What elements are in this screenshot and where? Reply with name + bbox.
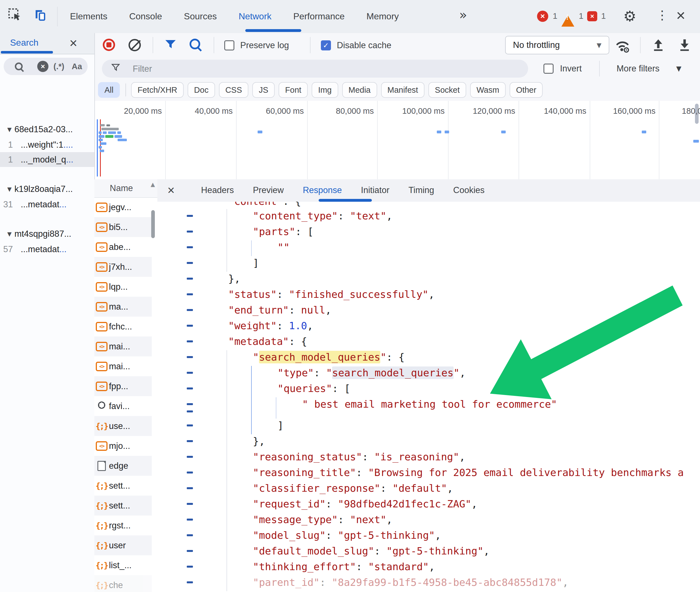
fold-marker[interactable]	[187, 293, 193, 295]
network-conditions-icon[interactable]	[614, 38, 630, 54]
request-row[interactable]: <>j7xh...	[94, 257, 152, 277]
fold-marker[interactable]	[187, 262, 193, 264]
waterfall-bar[interactable]	[99, 132, 102, 134]
request-row[interactable]: {;}sett...	[94, 496, 152, 515]
waterfall-bar[interactable]	[118, 139, 127, 141]
fold-marker[interactable]	[187, 309, 193, 311]
details-tab-headers[interactable]: Headers	[201, 185, 234, 195]
details-tab-response[interactable]: Response	[303, 185, 342, 195]
regex-toggle[interactable]: (.*)	[53, 62, 64, 71]
devtools-tab-sources[interactable]: Sources	[184, 11, 217, 21]
fold-marker[interactable]	[187, 566, 193, 568]
devtools-tab-elements[interactable]: Elements	[70, 11, 107, 21]
devtools-tab-console[interactable]: Console	[129, 11, 162, 21]
fold-marker[interactable]	[187, 534, 193, 536]
request-row[interactable]: <>ma...	[94, 297, 152, 316]
waterfall-bar[interactable]	[106, 125, 110, 127]
search-result-item[interactable]: 1...weight":1....	[0, 137, 94, 152]
close-details-icon[interactable]: ×	[167, 183, 175, 197]
fold-marker[interactable]	[187, 550, 193, 552]
search-result-item[interactable]: 57...metadat...	[0, 242, 94, 257]
details-tab-timing[interactable]: Timing	[409, 185, 434, 195]
filter-field[interactable]	[102, 60, 528, 78]
chevron-down-icon[interactable]: ▼	[676, 65, 681, 72]
fold-marker[interactable]	[187, 581, 193, 583]
import-har-icon[interactable]	[651, 38, 665, 53]
waterfall-bar[interactable]	[99, 146, 102, 148]
type-chip-img[interactable]: Img	[312, 82, 338, 98]
clear-network-log-icon[interactable]	[128, 39, 141, 51]
device-toolbar-icon[interactable]	[33, 8, 48, 23]
more-tabs-icon[interactable]: »	[459, 7, 467, 22]
type-chip-fetch-xhr[interactable]: Fetch/XHR	[131, 82, 184, 98]
warning-badge-icon[interactable]	[561, 11, 574, 27]
error-count[interactable]: 1	[553, 11, 557, 21]
case-sensitive-toggle[interactable]: Aa	[72, 62, 82, 71]
waterfall-bar[interactable]	[258, 131, 262, 133]
network-overview-timeline[interactable]: 20,000 ms40,000 ms60,000 ms80,000 ms100,…	[94, 101, 700, 180]
type-chip-all[interactable]: All	[98, 82, 120, 98]
kebab-menu-icon[interactable]: ⋮	[656, 8, 668, 22]
devtools-tab-performance[interactable]: Performance	[293, 11, 345, 21]
waterfall-bar[interactable]	[99, 135, 104, 138]
type-chip-js[interactable]: JS	[252, 82, 275, 98]
waterfall-bar[interactable]	[114, 135, 122, 138]
request-row[interactable]: favi...	[94, 396, 152, 416]
devtools-tab-memory[interactable]: Memory	[367, 11, 399, 21]
more-filters-button[interactable]: More filters	[616, 64, 659, 74]
type-chip-css[interactable]: CSS	[219, 82, 249, 98]
fold-marker[interactable]	[187, 472, 193, 474]
type-chip-wasm[interactable]: Wasm	[470, 82, 506, 98]
issues-badge-icon[interactable]: ×	[587, 11, 597, 21]
request-row[interactable]: {;}rgst...	[94, 515, 152, 535]
request-row[interactable]: <>jegv...	[94, 197, 152, 217]
record-network-log-icon[interactable]	[103, 39, 115, 51]
request-row[interactable]: <>fchc...	[94, 316, 152, 337]
fold-marker[interactable]	[187, 440, 193, 442]
export-har-icon[interactable]	[677, 38, 692, 53]
waterfall-bar[interactable]	[100, 150, 104, 152]
details-tab-cookies[interactable]: Cookies	[453, 185, 485, 195]
waterfall-bar[interactable]	[100, 124, 105, 127]
filter-toggle-icon[interactable]	[165, 39, 176, 50]
scrollbar-up-arrow[interactable]: ▲	[151, 181, 155, 188]
waterfall-bar[interactable]	[103, 132, 107, 134]
inspect-element-icon[interactable]	[8, 8, 22, 23]
request-row[interactable]: <>bi5...	[94, 217, 152, 237]
close-devtools-icon[interactable]: ×	[676, 6, 686, 24]
throttling-dropdown[interactable]: No throttling ▼	[505, 36, 609, 54]
warning-count[interactable]: 1	[579, 11, 584, 21]
details-tab-preview[interactable]: Preview	[253, 185, 284, 195]
waterfall-bar[interactable]	[101, 128, 119, 130]
waterfall-bar[interactable]	[501, 131, 506, 133]
disable-cache-label[interactable]: Disable cache	[337, 40, 391, 50]
waterfall-bar[interactable]	[105, 135, 113, 138]
chevron-expanded-icon[interactable]: ▼	[7, 126, 11, 133]
waterfall-bar[interactable]	[437, 131, 441, 133]
search-result-group[interactable]: ▼k19lz8oaqia7...	[0, 181, 94, 197]
request-row[interactable]: <>mjo...	[94, 436, 152, 456]
fold-marker[interactable]	[187, 356, 193, 358]
type-chip-socket[interactable]: Socket	[428, 82, 466, 98]
type-chip-media[interactable]: Media	[342, 82, 377, 98]
fold-marker[interactable]	[187, 403, 193, 405]
filter-input[interactable]	[132, 62, 520, 76]
fold-marker[interactable]	[187, 215, 193, 217]
response-body-json[interactable]: "content": {"content_type": "text","part…	[157, 202, 700, 592]
request-row[interactable]: <>lqp...	[94, 277, 152, 297]
request-row[interactable]: {;}user	[94, 535, 152, 555]
search-result-group[interactable]: ▼mt4sqpgi887...	[0, 226, 94, 242]
fold-marker[interactable]	[187, 231, 193, 233]
type-chip-doc[interactable]: Doc	[187, 82, 215, 98]
fold-marker[interactable]	[187, 246, 193, 248]
waterfall-bar[interactable]	[108, 132, 116, 134]
fold-marker[interactable]	[187, 388, 193, 389]
waterfall-bar[interactable]	[117, 132, 121, 134]
preserve-log-label[interactable]: Preserve log	[240, 40, 289, 50]
search-network-icon[interactable]	[190, 39, 200, 49]
request-row[interactable]: {;}sett...	[94, 476, 152, 496]
devtools-tab-network[interactable]: Network	[238, 11, 271, 21]
search-result-group[interactable]: ▼68ed15a2-03...	[0, 121, 94, 137]
type-chip-other[interactable]: Other	[509, 82, 543, 98]
search-result-item[interactable]: 1..._model_q...	[0, 152, 94, 167]
